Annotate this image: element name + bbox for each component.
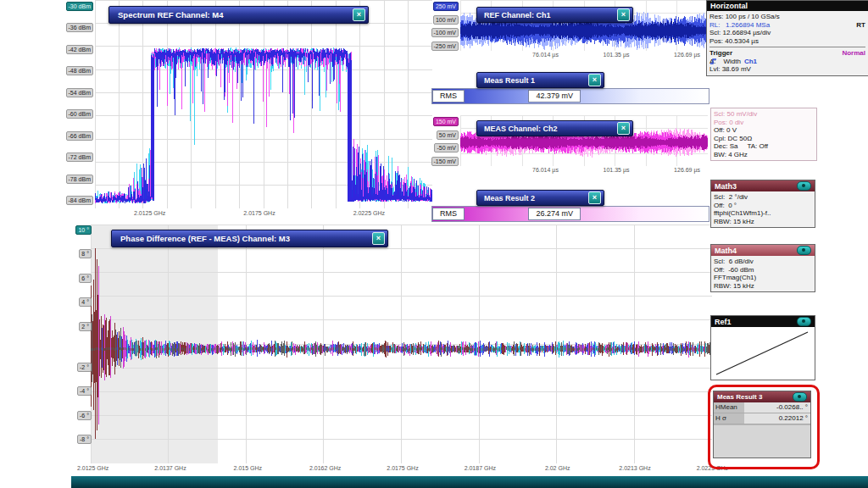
- math4-title: Math4: [715, 247, 737, 255]
- meas-result-2-header[interactable]: Meas Result 2 ×: [476, 190, 604, 206]
- trigger-section-title: Trigger: [709, 49, 732, 58]
- x-axis-label: 76.014 µs: [532, 52, 559, 58]
- math4-line: Scl: 6 dB/div: [714, 258, 812, 266]
- spectrum-header[interactable]: Spectrum REF Channel: M4 ×: [108, 6, 369, 24]
- phase-header[interactable]: Phase Difference (REF - MEAS) Channel: M…: [111, 230, 388, 247]
- y-axis-label: -2 °: [77, 363, 92, 372]
- y-axis-label: -250 mV: [431, 42, 459, 51]
- y-axis-label: 50 mV: [437, 130, 459, 140]
- trigger-slope-icon: [709, 58, 717, 65]
- horizontal-pos: Pos: 40.5304 µs: [709, 37, 865, 46]
- ch2-header[interactable]: MEAS Channel: Ch2 ×: [476, 120, 633, 136]
- meas-result-3-title: Meas Result 3: [717, 393, 762, 401]
- horizontal-res: Res: 100 ps / 10 GSa/s: [709, 13, 865, 21]
- visibility-eye-icon[interactable]: [797, 181, 811, 191]
- channel-info-line: Dec: Sa TA: Off: [714, 142, 814, 151]
- close-icon[interactable]: ×: [617, 8, 630, 21]
- y-axis-label: -50 mV: [434, 143, 459, 152]
- meas-result-1-strip: RMS 42.379 mV: [431, 88, 709, 104]
- x-axis-label: 2.0125 GHz: [134, 210, 165, 216]
- close-icon[interactable]: ×: [617, 122, 630, 135]
- x-axis-label: 2.0175 GHz: [364, 465, 441, 471]
- meas-result-1-header[interactable]: Meas Result 1 ×: [476, 72, 604, 88]
- meas-result-2-label: RMS: [432, 208, 465, 220]
- y-axis-label: 4 °: [79, 297, 92, 307]
- math3-line: fftphi(Ch1Wfm1)-f..: [714, 209, 812, 218]
- math4-line: RBW: 15 kHz: [714, 282, 812, 291]
- y-axis-label: -54 dBm: [66, 88, 93, 97]
- y-axis-label: 250 mV: [433, 2, 459, 11]
- divider: [709, 47, 865, 47]
- horizontal-panel[interactable]: Horizontal Res: 100 ps / 10 GSa/s RL: 1.…: [706, 0, 868, 76]
- x-axis-label: 2.0137 GHz: [131, 465, 209, 471]
- x-axis-label: 2.0175 GHz: [243, 210, 275, 216]
- ch2-title: MEAS Channel: Ch2: [484, 125, 558, 133]
- meas-result-3-row: H σ 0.22012 °: [714, 413, 810, 424]
- y-axis-label: -72 dBm: [66, 152, 93, 162]
- phase-x-axis: 2.0125 GHz2.0137 GHz2.015 GHz2.0162 GHz2…: [54, 465, 751, 471]
- meas-result-1-label: RMS: [432, 90, 465, 103]
- spectrum-x-axis: 2.0125 GHz2.0175 GHz2.0225 GHz: [134, 210, 385, 216]
- channel-info-line: BW: 4 GHz: [714, 151, 814, 159]
- x-axis-label: 101.35 µs: [604, 52, 630, 58]
- ch2-y-axis: 150 mV50 mV-50 mV-150 mV: [431, 117, 459, 166]
- meas-result-2-title: Meas Result 2: [484, 194, 535, 202]
- visibility-eye-icon[interactable]: [797, 246, 811, 255]
- ch1-header[interactable]: REF Channel: Ch1 ×: [476, 7, 633, 23]
- x-axis-label: 2.0125 GHz: [54, 465, 131, 471]
- visibility-eye-icon[interactable]: [797, 317, 811, 326]
- y-axis-label: -78 dBm: [66, 175, 93, 184]
- meas-result-2-strip: RMS 26.274 mV: [431, 206, 709, 222]
- math3-line: Scl: 2 °/div: [714, 193, 812, 202]
- ch1-y-axis: 250 mV100 mV-100 mV-250 mV: [431, 2, 459, 51]
- oscilloscope-screen: -30 dBm-36 dBm-42 dBm-48 dBm-54 dBm-60 d…: [0, 0, 868, 488]
- close-icon[interactable]: ×: [588, 191, 601, 204]
- phase-plot-canvas: [91, 225, 712, 463]
- x-axis-label: 2.0225 GHz: [674, 465, 751, 471]
- ref1-waveform-preview-icon: [711, 327, 813, 380]
- bottom-toolbar: [71, 476, 868, 488]
- stat-value: 0.22012 °: [744, 413, 810, 424]
- x-axis-label: 2.02 GHz: [519, 465, 596, 471]
- y-axis-label: 8 °: [79, 249, 92, 258]
- phase-y-axis: 10 °8 °6 °4 °2 °-2 °-4 °-6 °-8 °: [70, 225, 92, 444]
- ref1-title: Ref1: [715, 318, 732, 326]
- stat-label: H σ: [714, 413, 744, 424]
- meas-result-1-value: 42.379 mV: [528, 90, 581, 103]
- channel-info-line: Pos: 0 div: [714, 119, 814, 127]
- math4-panel[interactable]: Math4 Scl: 6 dB/divOff: -60 dBmFFTmag(Ch…: [710, 244, 815, 292]
- ch1-title: REF Channel: Ch1: [484, 11, 551, 19]
- math3-line: RBW: 15 kHz: [714, 218, 812, 226]
- ref1-panel[interactable]: Ref1: [710, 315, 815, 380]
- y-axis-label: 2 °: [79, 322, 92, 331]
- spectrum-title: Spectrum REF Channel: M4: [118, 10, 224, 19]
- trigger-source: Ch1: [744, 58, 757, 66]
- y-axis-label: -6 °: [77, 411, 92, 420]
- math4-line: FFTmag(Ch1): [714, 274, 812, 282]
- meas-result-3-panel[interactable]: Meas Result 3 HMean -0.0268.. ° H σ 0.22…: [713, 391, 811, 458]
- math3-panel[interactable]: Math3 Scl: 2 °/divOff: 0 °fftphi(Ch1Wfm1…: [710, 180, 815, 228]
- x-axis-label: 101.35 µs: [604, 167, 630, 173]
- spectrum-y-axis: -30 dBm-36 dBm-42 dBm-48 dBm-54 dBm-60 d…: [70, 2, 93, 205]
- y-axis-label: -42 dBm: [66, 45, 93, 54]
- stat-value: -0.0268.. °: [744, 402, 810, 413]
- x-axis-label: 2.015 GHz: [209, 465, 287, 471]
- channel-info-panel[interactable]: Scl: 50 mV/divPos: 0 div Off: 0 VCpl: DC…: [710, 108, 817, 161]
- spectrum-plot-canvas: [95, 0, 432, 208]
- meas-result-2-value: 26.274 mV: [528, 208, 581, 220]
- y-axis-label: 6 °: [79, 274, 92, 283]
- x-axis-label: 126.69 µs: [674, 52, 700, 58]
- y-axis-label: 100 mV: [433, 15, 459, 25]
- visibility-eye-icon[interactable]: [793, 392, 807, 402]
- close-icon[interactable]: ×: [353, 8, 365, 21]
- channel-info-line: Off: 0 V: [714, 126, 814, 135]
- x-axis-label: 2.0162 GHz: [287, 465, 364, 471]
- math4-line: Off: -60 dBm: [714, 266, 812, 274]
- x-axis-label: 126.69 µs: [674, 167, 700, 173]
- phase-title: Phase Difference (REF - MEAS) Channel: M…: [120, 234, 290, 243]
- y-axis-label: -100 mV: [431, 28, 459, 37]
- close-icon[interactable]: ×: [588, 74, 601, 86]
- ch2-x-axis: 76.014 µs101.35 µs126.69 µs: [532, 167, 700, 173]
- close-icon[interactable]: ×: [372, 232, 385, 245]
- meas-result-1-title: Meas Result 1: [484, 76, 535, 85]
